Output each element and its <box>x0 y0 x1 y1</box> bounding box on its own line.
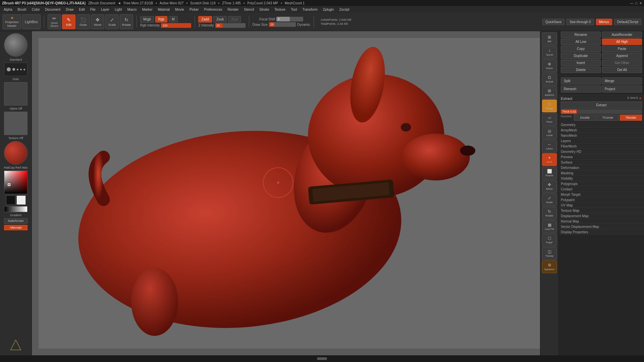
side-dynamic-btn[interactable]: ⚙ Dynamo <box>542 260 557 273</box>
menus-btn[interactable]: Menus <box>596 19 612 25</box>
menu-texture[interactable]: Texture <box>272 7 288 12</box>
visibility-section[interactable]: Visibility <box>559 176 644 181</box>
focal-shift-slider[interactable]: 0 <box>276 17 303 21</box>
swatch-white[interactable] <box>16 195 26 205</box>
menu-tool[interactable]: Tool <box>288 7 299 12</box>
surface-section[interactable]: Surface <box>559 160 644 165</box>
rgb-btn[interactable]: Rgb <box>155 16 167 22</box>
uv-map-section[interactable]: UV Map <box>559 202 644 208</box>
tborder-btn[interactable]: TBorder <box>620 115 642 121</box>
menu-preferences[interactable]: Preferences <box>202 7 225 12</box>
m-btn[interactable]: M <box>169 16 177 22</box>
all-low-btn[interactable]: All Low <box>561 39 601 45</box>
menu-light[interactable]: Light <box>112 7 124 12</box>
menu-stencil[interactable]: Stencil <box>241 7 256 12</box>
zsub-btn[interactable]: Zsub <box>213 16 227 22</box>
color-picker[interactable] <box>4 171 28 194</box>
default-zscript-btn[interactable]: DefaultZScript <box>614 19 641 25</box>
rotate-btn[interactable]: ↻ Rotate <box>120 14 133 29</box>
canvas-area[interactable] <box>32 31 558 355</box>
vector-displacement-section[interactable]: Vector Displacement Map <box>559 224 644 229</box>
side-bill-btn[interactable]: ⊞ Bill <box>542 33 557 45</box>
menu-picker[interactable]: Picker <box>187 7 201 12</box>
gradient-preview[interactable] <box>4 206 28 212</box>
side-floor-btn[interactable]: ▱ Floor <box>542 113 557 126</box>
draw-size-slider[interactable]: 25 <box>269 22 296 27</box>
split-btn[interactable]: Split <box>561 77 601 84</box>
menu-zplugin[interactable]: Zplugin <box>321 7 336 12</box>
menu-document[interactable]: Document <box>43 7 63 12</box>
displacement-map-section[interactable]: Displacement Map <box>559 213 644 219</box>
menu-zscript[interactable]: Zscript <box>337 7 352 12</box>
quick-sketch-btn[interactable]: ✏ QuickSketch <box>48 14 61 29</box>
menu-edit[interactable]: Edit <box>77 7 87 12</box>
contact-section[interactable]: Contact <box>559 186 644 192</box>
window-minimize[interactable]: — <box>630 1 633 5</box>
project-btn[interactable]: Project <box>602 85 642 93</box>
menu-stroke[interactable]: Stroke <box>257 7 271 12</box>
append-btn[interactable]: Append <box>602 53 642 59</box>
menu-file[interactable]: File <box>88 7 98 12</box>
menu-layer[interactable]: Layer <box>99 7 112 12</box>
see-through-btn[interactable]: See-through 0 <box>567 19 594 25</box>
side-local-btn[interactable]: ◎ Local <box>542 126 557 139</box>
side-persp-btn[interactable]: ⬡ Persp <box>542 100 557 112</box>
texture-map-section[interactable]: Texture Map <box>559 208 644 213</box>
delete-btn[interactable]: Delete <box>561 67 601 73</box>
duplicate-btn[interactable]: Duplicate <box>561 53 601 59</box>
thick-slider[interactable]: Thick 0.02 <box>561 109 642 114</box>
material-preview[interactable] <box>4 141 28 165</box>
menu-macro[interactable]: Macro <box>125 7 139 12</box>
scale-btn[interactable]: ⤢ Scale <box>105 14 119 29</box>
projection-master-btn[interactable]: ✦ ProjectionMaster <box>3 14 21 29</box>
z-intensity-slider[interactable]: 25 <box>215 23 246 28</box>
side-linefill-btn[interactable]: ▦ Line Fill <box>542 220 557 233</box>
normal-map-section[interactable]: Normal Map <box>559 219 644 224</box>
quicksave-btn[interactable]: QuickSave <box>542 19 565 25</box>
side-laxm-btn[interactable]: ↔ LAxm <box>542 140 557 153</box>
side-move-btn[interactable]: ✥ Move <box>542 180 557 193</box>
morph-target-section[interactable]: Morph Target <box>559 192 644 197</box>
polypaint-section[interactable]: Polypaint <box>559 197 644 202</box>
draw-btn[interactable]: ⬛ Draw <box>76 14 90 29</box>
insert-btn[interactable]: Insert <box>561 60 601 66</box>
side-xyz-btn[interactable]: ✦ XYZ <box>542 153 557 166</box>
remesh-btn[interactable]: Remesh <box>561 85 601 93</box>
edit-btn[interactable]: ✎ Edit <box>62 14 75 29</box>
polygroups-section[interactable]: Polygroups <box>559 181 644 186</box>
rename-btn[interactable]: Rename <box>561 32 601 38</box>
menu-alpha[interactable]: Alpha <box>1 7 15 12</box>
brush-preview[interactable] <box>4 33 28 57</box>
alpha-preview[interactable] <box>4 82 28 106</box>
swatch-black[interactable] <box>6 195 15 205</box>
window-close[interactable]: ✕ <box>639 1 642 5</box>
alternate-btn[interactable]: Alternate <box>4 225 28 230</box>
lightbox-btn[interactable]: LightBox <box>22 14 41 29</box>
side-scroll-btn[interactable]: ↕ Scroll <box>542 46 557 59</box>
side-rotate-btn[interactable]: ↻ Rotate <box>542 207 557 220</box>
side-polyf-btn[interactable]: ⬡ PolyF <box>542 234 557 246</box>
rgb-intensity-slider[interactable]: 100 <box>161 23 191 28</box>
del-all-btn[interactable]: Del All <box>602 67 642 73</box>
display-properties-section[interactable]: Display Properties <box>559 229 644 235</box>
side-scale-btn[interactable]: ⤢ Scale <box>542 193 557 206</box>
texture-preview[interactable] <box>4 112 28 135</box>
side-zoom-btn[interactable]: ⊕ Zoom <box>542 59 557 72</box>
window-maximize[interactable]: □ <box>635 1 637 5</box>
move-btn[interactable]: ✥ Move <box>91 14 104 29</box>
side-transp-btn[interactable]: ◫ Transp <box>542 247 557 260</box>
geometry-section[interactable]: Geometry <box>559 122 644 127</box>
menu-material[interactable]: Material <box>156 7 172 12</box>
side-frame-btn[interactable]: ⬜ Frame <box>542 167 557 179</box>
tcorner-btn[interactable]: TCorner <box>597 115 619 121</box>
menu-color[interactable]: Color <box>30 7 42 12</box>
arraymesh-section[interactable]: ArrayMesh <box>559 127 644 133</box>
copy-btn[interactable]: Copy <box>561 46 601 52</box>
zadd-btn[interactable]: Zadd <box>198 16 212 22</box>
menu-brush[interactable]: Brush <box>15 7 29 12</box>
get-other-btn[interactable]: Get Other <box>602 60 642 66</box>
extract-btn[interactable]: Extract <box>561 102 642 109</box>
zcut-btn[interactable]: Zcut <box>228 16 240 22</box>
menu-transform[interactable]: Transform <box>300 7 320 12</box>
menu-draw[interactable]: Draw <box>63 7 76 12</box>
